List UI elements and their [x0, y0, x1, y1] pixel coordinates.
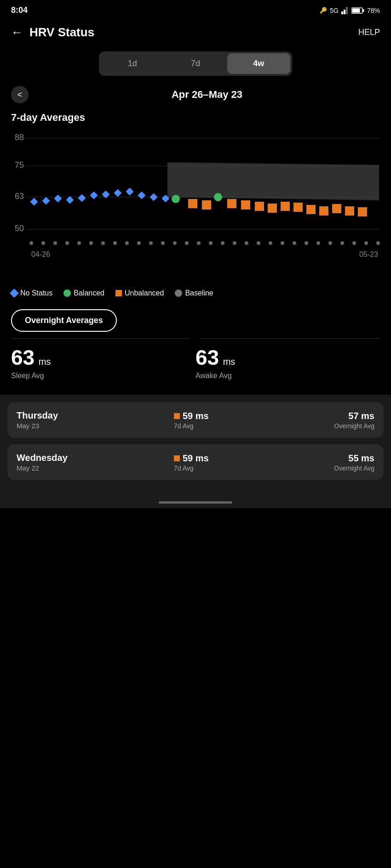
wednesday-card-mid: 59 ms 7d Avg [167, 453, 324, 472]
svg-point-62 [293, 241, 296, 245]
svg-point-51 [161, 241, 165, 245]
header: ← HRV Status HELP [0, 19, 391, 46]
svg-point-47 [113, 241, 117, 245]
wednesday-overnight-label: Overnight Avg [324, 465, 374, 472]
svg-rect-35 [306, 205, 316, 214]
wednesday-name: Wednesday [17, 453, 167, 463]
svg-rect-25 [150, 193, 158, 201]
svg-point-43 [65, 241, 69, 245]
svg-point-65 [328, 241, 332, 245]
svg-rect-22 [114, 189, 122, 197]
signal-label: 5G [330, 7, 339, 14]
sleep-avg-value-row: 63 ms [11, 345, 196, 370]
svg-point-63 [305, 241, 308, 245]
svg-point-42 [53, 241, 57, 245]
tab-4w[interactable]: 4w [227, 53, 290, 74]
svg-rect-38 [345, 206, 354, 216]
home-bar [159, 501, 232, 504]
date-range-label: Apr 26–May 23 [34, 89, 380, 101]
thursday-7davg-label: 7d Avg [174, 422, 194, 430]
balanced-icon [63, 289, 71, 297]
thursday-overnight-val: 57 ms [324, 411, 374, 421]
thursday-7davg: 59 ms [183, 411, 209, 421]
svg-rect-27 [188, 199, 197, 208]
tab-7d[interactable]: 7d [164, 53, 227, 74]
wednesday-overnight-val: 55 ms [324, 453, 374, 464]
wednesday-card-left: Wednesday May 22 [17, 453, 167, 472]
legend-unbalanced: Unbalanced [115, 289, 164, 297]
svg-marker-0 [341, 11, 343, 14]
svg-text:75: 75 [15, 160, 24, 170]
svg-point-57 [233, 241, 236, 245]
svg-rect-19 [78, 194, 86, 202]
thursday-card-right: 57 ms Overnight Avg [324, 411, 374, 430]
status-bar: 8:04 🔑 5G 78% [0, 0, 391, 19]
svg-point-41 [41, 241, 45, 245]
chevron-left-icon: < [17, 90, 23, 100]
svg-rect-37 [332, 204, 341, 213]
awake-avg-value: 63 [196, 346, 219, 369]
svg-point-45 [89, 241, 93, 245]
overnight-averages-button[interactable]: Overnight Averages [11, 309, 117, 332]
wednesday-card[interactable]: Wednesday May 22 59 ms 7d Avg 55 ms Over… [7, 444, 384, 480]
help-button[interactable]: HELP [358, 28, 380, 37]
legend-no-status-label: No Status [20, 289, 52, 297]
svg-rect-15 [30, 198, 38, 206]
thursday-card-left: Thursday May 23 [17, 410, 167, 430]
tab-1d[interactable]: 1d [101, 53, 164, 74]
no-status-icon [10, 289, 19, 298]
sleep-avg-stat: 63 ms Sleep Avg [11, 345, 196, 380]
hrv-chart: 88 75 63 50 [11, 129, 380, 267]
svg-rect-24 [138, 192, 146, 199]
svg-text:88: 88 [15, 133, 24, 142]
period-selector: 1d 7d 4w [0, 46, 391, 81]
svg-point-53 [185, 241, 189, 245]
awake-avg-stat: 63 ms Awake Avg [196, 345, 380, 380]
svg-rect-34 [293, 203, 303, 212]
legend-baseline-label: Baseline [185, 289, 213, 297]
baseline-icon [175, 289, 182, 297]
wednesday-7davg-label: 7d Avg [174, 465, 194, 472]
legend-no-status: No Status [11, 289, 52, 297]
sleep-avg-value: 63 [11, 346, 34, 369]
svg-point-56 [221, 241, 224, 245]
timeline-dots [29, 241, 380, 245]
divider-left [11, 338, 190, 339]
svg-rect-31 [255, 202, 264, 211]
stats-row: 63 ms Sleep Avg 63 ms Awake Avg [0, 339, 391, 384]
daily-section: Thursday May 23 59 ms 7d Avg 57 ms Overn… [0, 395, 391, 494]
page-title: HRV Status [29, 25, 94, 40]
svg-text:04-26: 04-26 [31, 250, 50, 258]
svg-rect-33 [281, 202, 290, 211]
chart-container: 88 75 63 50 [0, 129, 391, 285]
svg-rect-39 [358, 207, 367, 216]
svg-rect-17 [54, 195, 62, 203]
section-title: 7-day Averages [0, 108, 391, 125]
svg-rect-29 [227, 199, 236, 208]
date-range-row: < Apr 26–May 23 [0, 81, 391, 108]
svg-rect-23 [126, 188, 134, 196]
svg-point-50 [149, 241, 153, 245]
svg-point-60 [269, 241, 272, 245]
awake-avg-value-row: 63 ms [196, 345, 380, 370]
balanced-point-2 [214, 193, 222, 201]
unbalanced-points [188, 199, 367, 216]
svg-rect-36 [319, 206, 328, 216]
thursday-card[interactable]: Thursday May 23 59 ms 7d Avg 57 ms Overn… [7, 402, 384, 438]
unbalanced-icon-thu [174, 413, 180, 419]
nav-back-button[interactable]: < [11, 86, 29, 103]
vpn-icon: 🔑 [320, 7, 327, 14]
sleep-avg-unit: ms [39, 357, 51, 367]
thursday-date: May 23 [17, 422, 167, 430]
header-left: ← HRV Status [11, 25, 94, 40]
svg-point-64 [316, 241, 320, 245]
svg-rect-16 [42, 197, 50, 205]
wednesday-date: May 22 [17, 464, 167, 472]
status-time: 8:04 [11, 6, 28, 15]
svg-point-58 [245, 241, 248, 245]
svg-rect-28 [202, 200, 211, 210]
legend-balanced-label: Balanced [74, 289, 104, 297]
legend: No Status Balanced Unbalanced Baseline [0, 285, 391, 305]
svg-point-52 [173, 241, 177, 245]
back-button[interactable]: ← [11, 25, 23, 40]
